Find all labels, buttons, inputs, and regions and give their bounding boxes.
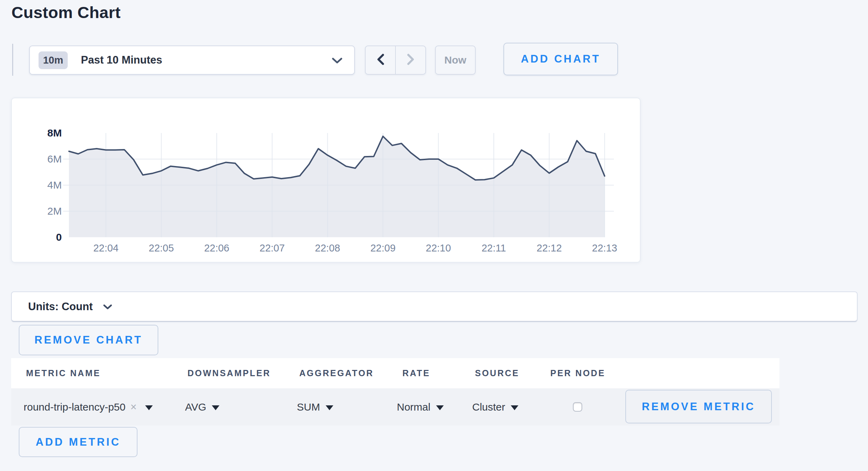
rate-select[interactable]: Normal [397, 388, 444, 425]
clear-metric-x-icon[interactable]: × [130, 401, 136, 413]
svg-text:4M: 4M [47, 179, 62, 191]
downsampler-select[interactable]: AVG [185, 388, 219, 425]
aggregator-value: SUM [297, 401, 320, 413]
dropdown-caret-icon [212, 405, 219, 410]
dropdown-caret-icon [436, 405, 444, 410]
prev-time-button[interactable] [366, 46, 396, 74]
metric-name-select[interactable]: round-trip-latency-p50 × [24, 388, 153, 425]
svg-text:22:10: 22:10 [426, 242, 451, 254]
units-select-label: Units: Count [28, 300, 93, 313]
svg-text:0: 0 [56, 231, 62, 243]
page-title: Custom Chart [11, 3, 120, 22]
remove-chart-button[interactable]: REMOVE CHART [19, 325, 158, 355]
timeseries-chart-panel: 02M4M6M8M22:0422:0522:0622:0722:0822:092… [11, 98, 641, 263]
chevron-left-icon [377, 53, 384, 67]
aggregator-select[interactable]: SUM [297, 388, 333, 425]
chevron-down-icon [103, 304, 112, 311]
svg-text:22:13: 22:13 [592, 242, 617, 254]
column-header-per-node: PER NODE [550, 358, 606, 388]
dropdown-caret-icon [326, 405, 333, 410]
toolbar-divider [12, 44, 13, 76]
svg-text:8M: 8M [47, 127, 62, 139]
remove-metric-button[interactable]: REMOVE METRIC [625, 390, 772, 423]
metric-name-value: round-trip-latency-p50 [24, 401, 125, 413]
metrics-table-header: METRIC NAME DOWNSAMPLER AGGREGATOR RATE … [11, 358, 779, 388]
chevron-down-icon [332, 58, 342, 65]
svg-text:22:09: 22:09 [370, 242, 396, 254]
timeseries-chart[interactable]: 02M4M6M8M22:0422:0522:0622:0722:0822:092… [12, 98, 640, 262]
svg-text:22:05: 22:05 [149, 242, 174, 254]
downsampler-value: AVG [185, 401, 206, 413]
svg-text:6M: 6M [47, 153, 62, 165]
per-node-checkbox[interactable] [573, 402, 582, 412]
chevron-right-icon [407, 53, 415, 67]
time-range-select[interactable]: 10m Past 10 Minutes [29, 46, 355, 75]
now-button[interactable]: Now [435, 46, 476, 75]
add-metric-button[interactable]: ADD METRIC [19, 427, 137, 457]
svg-text:22:04: 22:04 [93, 242, 119, 254]
units-select[interactable]: Units: Count [11, 291, 858, 322]
column-header-downsampler: DOWNSAMPLER [187, 358, 271, 388]
column-header-source: SOURCE [475, 358, 519, 388]
svg-text:2M: 2M [47, 205, 62, 217]
column-header-aggregator: AGGREGATOR [299, 358, 374, 388]
svg-text:22:12: 22:12 [537, 242, 562, 254]
time-pager [365, 46, 426, 75]
time-range-label: Past 10 Minutes [81, 54, 162, 66]
column-header-rate: RATE [402, 358, 430, 388]
time-range-badge: 10m [39, 51, 68, 69]
source-select[interactable]: Cluster [472, 388, 518, 425]
source-value: Cluster [472, 401, 505, 413]
svg-text:22:07: 22:07 [260, 242, 285, 254]
svg-text:22:08: 22:08 [315, 242, 340, 254]
svg-text:22:11: 22:11 [482, 242, 506, 254]
dropdown-caret-icon [511, 405, 518, 410]
svg-text:22:06: 22:06 [204, 242, 229, 254]
next-time-button[interactable] [396, 46, 425, 74]
rate-value: Normal [397, 401, 431, 413]
column-header-metric-name: METRIC NAME [26, 358, 101, 388]
add-chart-button[interactable]: ADD CHART [503, 43, 618, 75]
dropdown-caret-icon [145, 405, 153, 410]
